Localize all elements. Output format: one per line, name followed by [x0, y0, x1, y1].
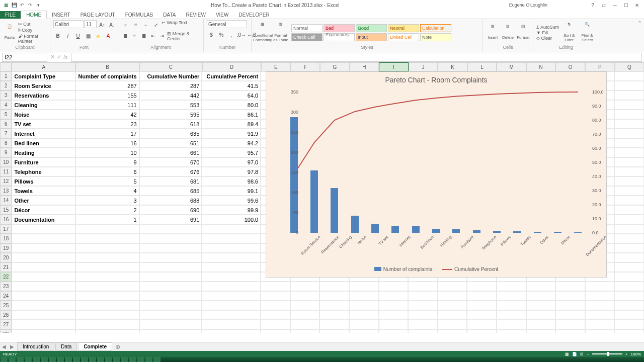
cell[interactable]: Noise [12, 110, 75, 119]
cell[interactable] [614, 100, 644, 110]
col-header-g[interactable]: G [320, 62, 350, 71]
format-painter-button[interactable]: 🖌 Format Painter [18, 34, 47, 44]
worksheet-grid[interactable]: 1Complaint TypeNumber of complaintsCumul… [0, 71, 644, 333]
cell[interactable]: 691 [139, 215, 202, 224]
row-header[interactable]: 4 [0, 100, 12, 110]
cell[interactable]: 64.0 [202, 90, 261, 100]
cell[interactable] [75, 282, 139, 291]
cell[interactable]: 41.5 [202, 81, 261, 90]
col-header-m[interactable]: M [497, 62, 526, 71]
cell[interactable]: Cleaning [12, 100, 75, 110]
align-middle-icon[interactable]: ≡ [131, 20, 140, 29]
cell[interactable]: 287 [139, 81, 202, 90]
col-header-o[interactable]: O [555, 62, 585, 71]
cell[interactable]: 1 [75, 215, 139, 224]
zoom-slider[interactable] [592, 353, 622, 354]
col-header-c[interactable]: C [139, 62, 202, 71]
cell[interactable] [290, 329, 320, 333]
style-good[interactable]: Good [356, 24, 387, 32]
tab-formulas[interactable]: FORMULAS [120, 11, 158, 19]
cell[interactable] [202, 329, 261, 333]
cell[interactable] [379, 329, 409, 333]
cell[interactable] [290, 291, 320, 301]
account-name[interactable]: Eugene O'Loughlin [509, 3, 547, 8]
tab-view[interactable]: VIEW [211, 11, 234, 19]
tab-file[interactable]: FILE [0, 11, 21, 19]
font-size-input[interactable]: 11 [85, 20, 97, 28]
cell[interactable] [12, 282, 75, 291]
cell[interactable] [202, 224, 261, 234]
cell[interactable] [438, 320, 467, 329]
copy-button[interactable]: ⎘ Copy [18, 28, 47, 33]
cell[interactable] [408, 301, 438, 310]
cell[interactable] [202, 282, 261, 291]
cell[interactable] [75, 262, 139, 272]
delete-cells-button[interactable]: ⊟Delete [501, 22, 514, 44]
tab-pagelayout[interactable]: PAGE LAYOUT [75, 11, 120, 19]
cell[interactable] [497, 301, 526, 310]
row-header[interactable]: 3 [0, 90, 12, 100]
cell[interactable] [526, 291, 556, 301]
row-header[interactable]: 17 [0, 224, 12, 234]
cell[interactable]: 690 [139, 205, 202, 215]
cell[interactable] [202, 234, 261, 243]
align-bottom-icon[interactable]: ⫠ [141, 20, 150, 29]
row-header[interactable]: 21 [0, 262, 12, 272]
sheet-nav-next-icon[interactable]: ▶ [8, 344, 16, 349]
cell[interactable]: 2 [75, 205, 139, 215]
fill-color-icon[interactable]: ◆ [94, 31, 103, 40]
cell[interactable] [261, 320, 290, 329]
cell[interactable] [614, 243, 644, 253]
cell[interactable]: 635 [139, 129, 202, 138]
cell[interactable] [75, 253, 139, 262]
cell[interactable] [202, 253, 261, 262]
save-icon[interactable]: 💾 [11, 2, 17, 8]
cell[interactable] [139, 291, 202, 301]
cell[interactable]: 16 [75, 138, 139, 148]
col-header-l[interactable]: L [467, 62, 497, 71]
cell[interactable]: 595 [139, 110, 202, 119]
cell[interactable] [614, 205, 644, 215]
chart-bar[interactable] [371, 224, 379, 233]
cell[interactable] [319, 282, 349, 291]
cell[interactable]: 111 [75, 100, 139, 110]
view-normal-icon[interactable]: ▦ [565, 352, 569, 356]
cell[interactable]: Décor [12, 205, 75, 215]
cell[interactable] [139, 253, 202, 262]
cell[interactable]: 86.1 [202, 110, 261, 119]
cell[interactable]: 98.6 [202, 176, 261, 186]
cell[interactable] [614, 81, 644, 90]
col-header-h[interactable]: H [350, 62, 379, 71]
col-header-k[interactable]: K [438, 62, 467, 71]
cell[interactable] [555, 301, 585, 310]
tab-developer[interactable]: DEVELOPER [233, 11, 274, 19]
cell[interactable] [467, 320, 497, 329]
cell[interactable] [12, 253, 75, 262]
number-format-select[interactable]: General [207, 20, 247, 28]
style-explanatory[interactable]: Explanatory ... [324, 33, 355, 41]
cell[interactable] [290, 301, 320, 310]
indent-dec-icon[interactable]: ⇤ [149, 31, 157, 40]
cell[interactable] [614, 90, 644, 100]
sort-filter-button[interactable]: ⇅Sort & Filter [561, 22, 577, 44]
zoom-level[interactable]: 100% [631, 352, 641, 356]
style-input[interactable]: Input [356, 33, 387, 41]
style-bad[interactable]: Bad [324, 24, 355, 32]
formula-bar[interactable] [71, 53, 642, 62]
cell[interactable] [75, 234, 139, 243]
cell[interactable] [290, 320, 320, 329]
insert-cells-button[interactable]: ⊞Insert [486, 22, 499, 44]
cell[interactable]: Towels [12, 186, 75, 196]
chart-bar[interactable] [412, 226, 420, 233]
col-header-e[interactable]: E [261, 62, 291, 71]
cell[interactable]: 97.0 [202, 157, 261, 167]
cell[interactable] [261, 291, 290, 301]
cell[interactable]: 618 [139, 119, 202, 129]
row-header[interactable]: 15 [0, 205, 12, 215]
cell[interactable]: 9 [75, 157, 139, 167]
format-cells-button[interactable]: ▤Format [517, 22, 530, 44]
cell[interactable] [12, 272, 75, 282]
paste-button[interactable]: 📋Paste [3, 22, 16, 44]
chart-bar[interactable] [473, 230, 480, 233]
cell[interactable] [438, 291, 467, 301]
